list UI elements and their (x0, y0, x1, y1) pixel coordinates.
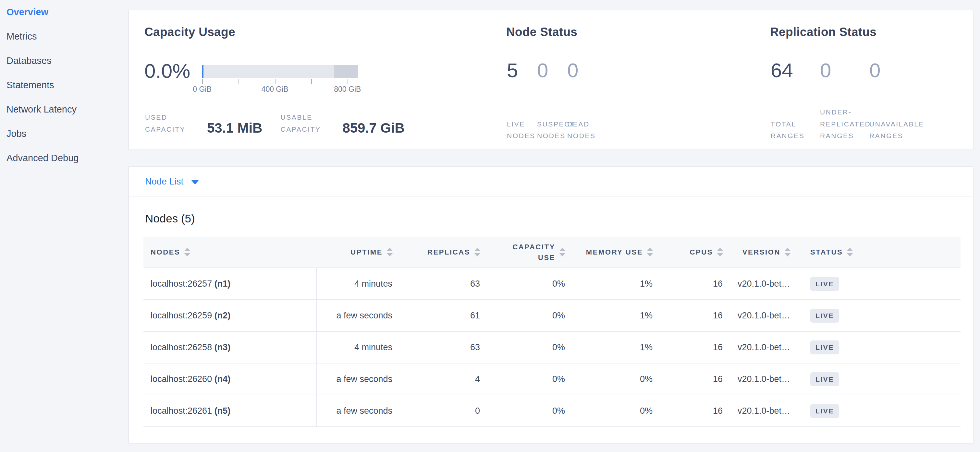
version-cell: v20.1.0-bet… (727, 268, 794, 300)
replicas-cell: 4 (396, 363, 484, 395)
cluster-summary-card: Capacity Usage 0.0% 0 GiB 400 GiB 800 Gi… (128, 10, 974, 150)
replication-stats: 64 TOTAL RANGES 0 UNDER-REPLICATED RANGE… (771, 60, 919, 142)
status-badge: LIVE (810, 372, 839, 386)
node-status-panel: Node Status 5 LIVE NODES 0 SUSPECT NODES… (506, 25, 753, 39)
replication-status-panel: Replication Status 64 TOTAL RANGES 0 UND… (770, 25, 965, 39)
sort-icon (717, 248, 723, 257)
version-cell: v20.1.0-bet… (727, 363, 794, 395)
unavailable-ranges-stat: 0 UNAVAILABLE RANGES (869, 60, 919, 142)
table-row[interactable]: localhost:26259 (n2) a few seconds 61 0%… (143, 300, 961, 331)
node-cell: localhost:26261 (n5) (143, 395, 317, 427)
status-cell: LIVE (794, 363, 961, 395)
node-id: (n3) (215, 343, 231, 352)
sidebar-item-statements[interactable]: Statements (0, 73, 128, 97)
suspect-nodes-value: 0 (537, 60, 567, 81)
sidebar-item-label: Metrics (6, 31, 37, 42)
tick-label-400: 400 GiB (262, 85, 288, 94)
sidebar-item-label: Network Latency (6, 104, 76, 115)
column-label: CAPACITY USE (503, 241, 555, 263)
status-cell: LIVE (794, 395, 961, 427)
suspect-nodes-stat: 0 SUSPECT NODES (537, 60, 567, 142)
usable-capacity-stat: USABLE CAPACITY 859.7 GiB (280, 111, 407, 136)
version-cell: v20.1.0-bet… (727, 395, 794, 427)
live-nodes-value: 5 (507, 60, 537, 81)
nodes-table-wrap: NODES UPTIME REPLICAS CAPACITY USE MEMOR… (143, 237, 959, 427)
column-label: UPTIME (350, 248, 383, 257)
node-status-title: Node Status (506, 25, 753, 39)
uptime-cell: a few seconds (317, 300, 396, 331)
uptime-cell: 4 minutes (317, 331, 396, 363)
table-row[interactable]: localhost:26257 (n1) 4 minutes 63 0% 1% … (143, 268, 961, 300)
column-header-version[interactable]: VERSION (727, 237, 794, 268)
node-list-dropdown-label: Node List (145, 176, 183, 187)
sidebar-item-overview[interactable]: Overview (0, 0, 128, 24)
node-list-dropdown[interactable]: Node List (145, 176, 199, 187)
column-header-uptime[interactable]: UPTIME (317, 237, 396, 268)
sort-icon (647, 248, 653, 257)
table-header-row: NODES UPTIME REPLICAS CAPACITY USE MEMOR… (143, 237, 961, 268)
memory-use-cell: 1% (569, 300, 657, 331)
node-list-dropdown-row: Node List (129, 167, 973, 197)
node-cell: localhost:26257 (n1) (143, 268, 317, 300)
version-cell: v20.1.0-bet… (727, 331, 794, 363)
node-cell: localhost:26260 (n4) (143, 363, 317, 395)
sidebar-item-label: Overview (6, 7, 48, 17)
uptime-cell: a few seconds (317, 395, 396, 427)
sidebar-item-jobs[interactable]: Jobs (0, 122, 128, 146)
used-capacity-label: USED CAPACITY (145, 111, 205, 136)
sort-icon (474, 248, 480, 257)
dead-nodes-label: DEAD NODES (567, 118, 597, 142)
chevron-down-icon (191, 180, 199, 184)
column-header-cpus[interactable]: CPUS (657, 237, 727, 268)
status-cell: LIVE (794, 268, 961, 300)
status-cell: LIVE (794, 331, 961, 363)
column-header-replicas[interactable]: REPLICAS (396, 237, 484, 268)
column-header-status[interactable]: STATUS (794, 237, 961, 268)
replicas-cell: 63 (396, 268, 484, 300)
sidebar-item-network-latency[interactable]: Network Latency (0, 97, 128, 122)
node-address: localhost:26260 (151, 374, 212, 384)
replicas-cell: 63 (396, 331, 484, 363)
node-address: localhost:26261 (151, 406, 212, 416)
used-capacity-value: 53.1 MiB (207, 121, 262, 135)
sidebar-item-label: Databases (6, 56, 52, 66)
sidebar-item-databases[interactable]: Databases (0, 49, 128, 73)
under-replicated-label: UNDER-REPLICATED RANGES (820, 106, 871, 142)
usable-capacity-label: USABLE CAPACITY (280, 111, 340, 136)
cpus-cell: 16 (657, 363, 727, 395)
node-status-stats: 5 LIVE NODES 0 SUSPECT NODES 0 DEAD NODE… (507, 60, 597, 142)
status-badge: LIVE (810, 341, 839, 354)
under-replicated-value: 0 (820, 60, 869, 81)
capacity-stats: USED CAPACITY 53.1 MiB USABLE CAPACITY 8… (145, 111, 408, 136)
nodes-heading: Nodes (5) (145, 212, 973, 225)
dead-nodes-stat: 0 DEAD NODES (567, 60, 597, 142)
capacity-gauge-tick-labels: 0 GiB 400 GiB 800 GiB (202, 85, 358, 95)
capacity-use-cell: 0% (484, 363, 569, 395)
capacity-usage-title: Capacity Usage (145, 25, 495, 39)
node-id: (n1) (215, 279, 231, 289)
table-row[interactable]: localhost:26261 (n5) a few seconds 0 0% … (143, 395, 961, 427)
used-capacity-stat: USED CAPACITY 53.1 MiB (145, 111, 266, 136)
tick-label-800: 800 GiB (334, 85, 361, 94)
under-replicated-stat: 0 UNDER-REPLICATED RANGES (820, 60, 869, 142)
memory-use-cell: 0% (569, 395, 657, 427)
sort-icon (184, 248, 191, 257)
column-header-nodes[interactable]: NODES (143, 237, 317, 268)
memory-use-cell: 1% (569, 268, 657, 300)
dead-nodes-value: 0 (567, 60, 597, 81)
node-address: localhost:26258 (151, 343, 212, 352)
capacity-percent: 0.0% (145, 61, 190, 81)
node-cell: localhost:26258 (n3) (143, 331, 317, 363)
sidebar-item-metrics[interactable]: Metrics (0, 24, 128, 49)
sidebar-item-advanced-debug[interactable]: Advanced Debug (0, 146, 128, 170)
table-row[interactable]: localhost:26258 (n3) 4 minutes 63 0% 1% … (143, 331, 961, 363)
unavailable-ranges-label: UNAVAILABLE RANGES (869, 118, 924, 142)
sort-icon (784, 248, 791, 257)
cpus-cell: 16 (657, 331, 727, 363)
column-header-memory-use[interactable]: MEMORY USE (569, 237, 657, 268)
column-header-capacity-use[interactable]: CAPACITY USE (484, 237, 569, 268)
replicas-cell: 0 (396, 395, 484, 427)
column-label: CPUS (690, 248, 713, 257)
replication-status-title: Replication Status (770, 25, 965, 39)
table-row[interactable]: localhost:26260 (n4) a few seconds 4 0% … (143, 363, 961, 395)
